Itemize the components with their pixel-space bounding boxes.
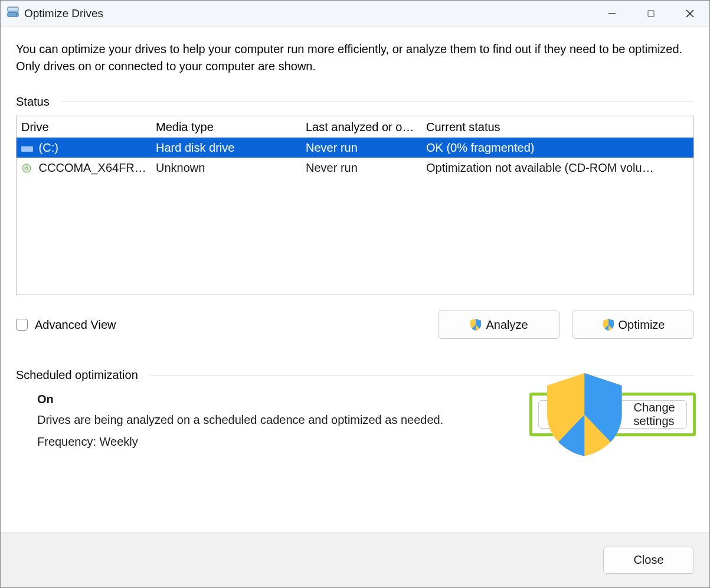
optimize-label: Optimize xyxy=(619,318,665,332)
hdd-icon xyxy=(21,142,33,152)
drive-row[interactable]: CCCOMA_X64FRE_… Unknown Never run Optimi… xyxy=(17,158,693,178)
advanced-view-label: Advanced View xyxy=(35,318,116,332)
schedule-state: On xyxy=(37,393,443,406)
close-label: Close xyxy=(633,553,663,567)
svg-rect-4 xyxy=(648,11,654,17)
svg-point-2 xyxy=(16,14,18,15)
drive-status: Optimization not available (CD-ROM volu… xyxy=(421,161,693,175)
change-settings-label: Change settings xyxy=(634,401,686,428)
divider xyxy=(61,102,694,102)
svg-rect-9 xyxy=(28,143,33,146)
svg-rect-8 xyxy=(21,143,27,146)
svg-rect-7 xyxy=(21,146,33,152)
drive-last: Never run xyxy=(301,161,421,175)
schedule-desc: Drives are being analyzed on a scheduled… xyxy=(37,413,443,427)
schedule-freq: Frequency: Weekly xyxy=(37,435,443,449)
status-section-header: Status xyxy=(16,95,694,109)
drive-row[interactable]: (C:) Hard disk drive Never run OK (0% fr… xyxy=(17,138,693,158)
close-window-button[interactable] xyxy=(670,1,709,26)
drive-list[interactable]: Drive Media type Last analyzed or op… Cu… xyxy=(16,116,694,295)
intro-text: You can optimize your drives to help you… xyxy=(16,41,694,75)
minimize-button[interactable] xyxy=(593,1,632,26)
analyze-label: Analyze xyxy=(486,318,528,332)
highlight-box: Change settings xyxy=(529,393,696,436)
advanced-view-input[interactable] xyxy=(16,319,28,331)
cd-icon xyxy=(21,162,33,172)
col-drive[interactable]: Drive xyxy=(17,120,151,134)
advanced-view-checkbox[interactable]: Advanced View xyxy=(16,318,116,332)
svg-rect-1 xyxy=(8,7,18,11)
drive-media: Hard disk drive xyxy=(151,141,301,155)
change-settings-button[interactable]: Change settings xyxy=(538,400,687,429)
drive-last: Never run xyxy=(301,141,421,155)
shield-icon xyxy=(602,318,615,331)
app-icon xyxy=(6,5,19,21)
shield-icon xyxy=(469,318,482,331)
drive-status: OK (0% fragmented) xyxy=(421,141,693,155)
maximize-button[interactable] xyxy=(632,1,670,26)
status-label: Status xyxy=(16,95,50,109)
drive-media: Unknown xyxy=(151,161,301,175)
col-last[interactable]: Last analyzed or op… xyxy=(301,120,421,134)
titlebar: Optimize Drives xyxy=(1,1,709,27)
drive-name: CCCOMA_X64FRE_… xyxy=(35,161,151,174)
optimize-button[interactable]: Optimize xyxy=(572,311,694,339)
analyze-button[interactable]: Analyze xyxy=(438,311,560,339)
svg-point-11 xyxy=(25,167,28,169)
window-title: Optimize Drives xyxy=(24,7,103,20)
schedule-label: Scheduled optimization xyxy=(16,368,138,382)
close-button[interactable]: Close xyxy=(603,547,694,574)
shield-icon xyxy=(539,369,630,460)
dialog-footer: Close xyxy=(1,532,709,587)
col-media[interactable]: Media type xyxy=(151,120,301,134)
col-current[interactable]: Current status xyxy=(421,120,693,134)
drive-name: (C:) xyxy=(35,141,58,154)
drive-list-header: Drive Media type Last analyzed or op… Cu… xyxy=(17,116,693,138)
